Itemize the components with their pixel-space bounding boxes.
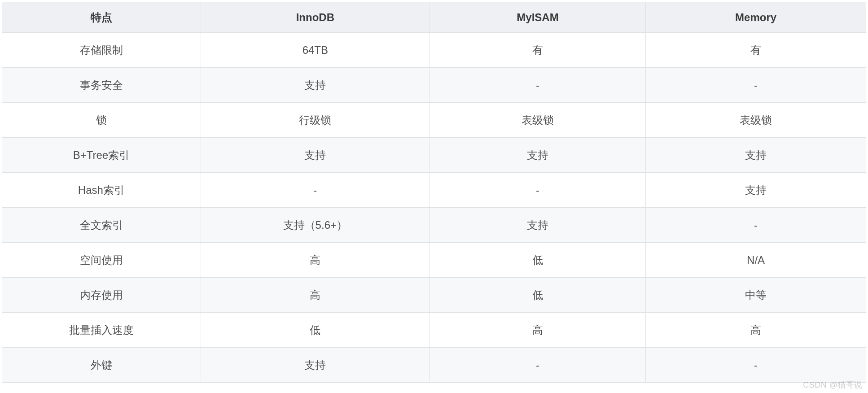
- header-memory: Memory: [646, 2, 866, 33]
- cell-myisam: 高: [430, 313, 645, 348]
- cell-innodb: 高: [201, 278, 430, 313]
- cell-myisam: 支持: [430, 138, 645, 173]
- table-row: Hash索引 - - 支持: [2, 173, 866, 208]
- cell-memory: -: [646, 208, 866, 243]
- cell-feature: 锁: [2, 103, 201, 138]
- cell-innodb: 行级锁: [201, 103, 430, 138]
- cell-memory: -: [646, 348, 866, 383]
- header-feature: 特点: [2, 2, 201, 33]
- cell-memory: -: [646, 68, 866, 103]
- cell-myisam: -: [430, 173, 645, 208]
- cell-innodb: 支持: [201, 348, 430, 383]
- header-innodb: InnoDB: [201, 2, 430, 33]
- cell-innodb: 64TB: [201, 33, 430, 68]
- cell-myisam: 低: [430, 278, 645, 313]
- cell-innodb: 低: [201, 313, 430, 348]
- table-row: 存储限制 64TB 有 有: [2, 33, 866, 68]
- storage-engine-comparison-table: 特点 InnoDB MyISAM Memory 存储限制 64TB 有 有 事务…: [2, 2, 866, 383]
- table-header-row: 特点 InnoDB MyISAM Memory: [2, 2, 866, 33]
- cell-myisam: -: [430, 68, 645, 103]
- table-row: 全文索引 支持（5.6+） 支持 -: [2, 208, 866, 243]
- cell-memory: 表级锁: [646, 103, 866, 138]
- cell-memory: 支持: [646, 173, 866, 208]
- cell-feature: B+Tree索引: [2, 138, 201, 173]
- table-row: B+Tree索引 支持 支持 支持: [2, 138, 866, 173]
- cell-memory: 中等: [646, 278, 866, 313]
- cell-feature: 批量插入速度: [2, 313, 201, 348]
- cell-myisam: 有: [430, 33, 645, 68]
- header-myisam: MyISAM: [430, 2, 645, 33]
- cell-innodb: 支持: [201, 68, 430, 103]
- cell-myisam: 低: [430, 243, 645, 278]
- table-row: 锁 行级锁 表级锁 表级锁: [2, 103, 866, 138]
- cell-memory: 高: [646, 313, 866, 348]
- cell-innodb: -: [201, 173, 430, 208]
- cell-innodb: 支持（5.6+）: [201, 208, 430, 243]
- cell-feature: 事务安全: [2, 68, 201, 103]
- cell-myisam: -: [430, 348, 645, 383]
- cell-feature: 存储限制: [2, 33, 201, 68]
- cell-memory: 有: [646, 33, 866, 68]
- cell-feature: Hash索引: [2, 173, 201, 208]
- cell-feature: 外键: [2, 348, 201, 383]
- cell-innodb: 高: [201, 243, 430, 278]
- table-row: 内存使用 高 低 中等: [2, 278, 866, 313]
- cell-memory: 支持: [646, 138, 866, 173]
- table-row: 事务安全 支持 - -: [2, 68, 866, 103]
- table-row: 空间使用 高 低 N/A: [2, 243, 866, 278]
- cell-feature: 内存使用: [2, 278, 201, 313]
- cell-myisam: 表级锁: [430, 103, 645, 138]
- cell-feature: 全文索引: [2, 208, 201, 243]
- cell-feature: 空间使用: [2, 243, 201, 278]
- cell-innodb: 支持: [201, 138, 430, 173]
- table-row: 批量插入速度 低 高 高: [2, 313, 866, 348]
- table-row: 外键 支持 - -: [2, 348, 866, 383]
- cell-memory: N/A: [646, 243, 866, 278]
- cell-myisam: 支持: [430, 208, 645, 243]
